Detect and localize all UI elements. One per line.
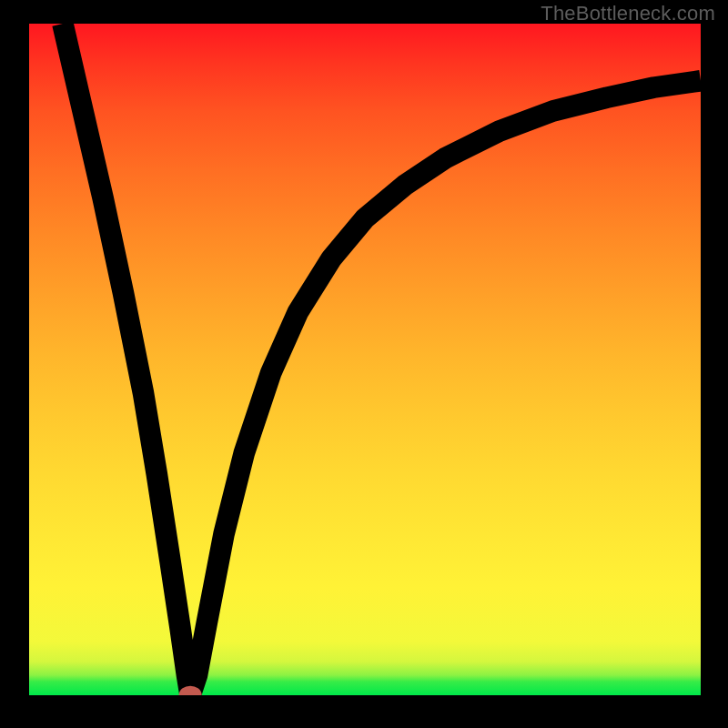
- plot-area: [29, 24, 701, 695]
- bottleneck-curve: [63, 24, 701, 695]
- watermark-text: TheBottleneck.com: [541, 2, 715, 25]
- chart-svg: [29, 24, 701, 695]
- optimum-marker: [182, 689, 198, 695]
- chart-frame: TheBottleneck.com: [0, 0, 728, 728]
